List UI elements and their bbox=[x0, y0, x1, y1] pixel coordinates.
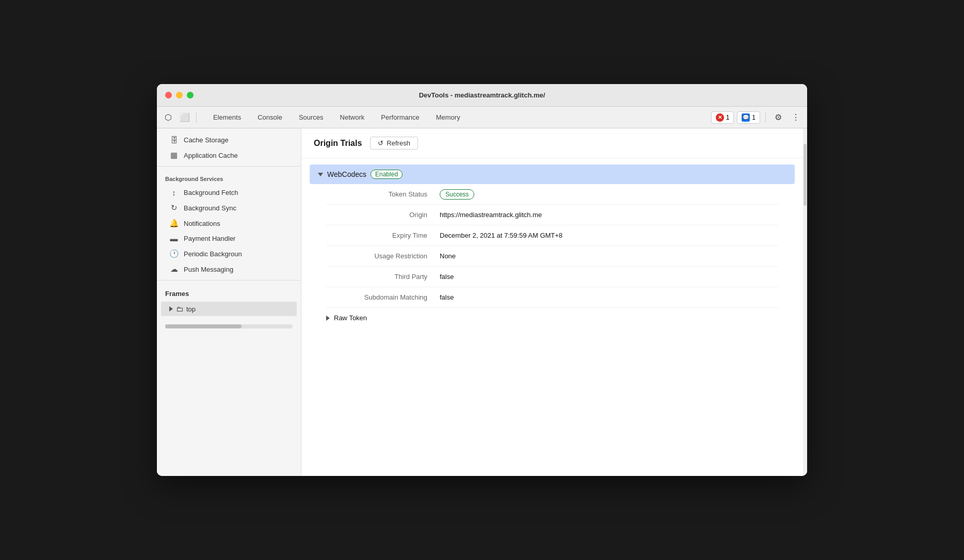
subdomain-matching-value: false bbox=[440, 293, 454, 301]
main-panel: Origin Trials ↺ Refresh WebCodecs Enable… bbox=[301, 128, 803, 476]
refresh-button[interactable]: ↺ Refresh bbox=[370, 137, 418, 150]
sidebar-item-notifications[interactable]: 🔔 Notifications bbox=[157, 216, 301, 231]
sidebar-label-push-messaging: Push Messaging bbox=[184, 266, 233, 273]
panel-scrollbar-thumb bbox=[804, 144, 807, 206]
expiry-time-key: Expiry Time bbox=[326, 232, 440, 239]
payment-handler-icon: ▬ bbox=[169, 234, 179, 243]
toolbar: ⬡ ⬜ Elements Console Sources Network Per… bbox=[157, 107, 807, 128]
detail-row-origin: Origin https://mediastreamtrack.glitch.m… bbox=[326, 205, 778, 225]
info-icon: 💬 bbox=[742, 113, 750, 122]
frame-icon: 🗀 bbox=[176, 305, 183, 313]
enabled-badge: Enabled bbox=[371, 170, 403, 179]
sidebar-item-cache-storage[interactable]: 🗄 Cache Storage bbox=[157, 133, 301, 147]
toolbar-tabs: Elements Console Sources Network Perform… bbox=[201, 110, 709, 124]
origin-key: Origin bbox=[326, 211, 440, 219]
toolbar-divider-1 bbox=[196, 112, 197, 123]
sidebar-label-notifications: Notifications bbox=[184, 220, 220, 227]
sidebar-scrollbar[interactable] bbox=[165, 324, 293, 328]
push-messaging-icon: ☁ bbox=[169, 265, 179, 274]
application-cache-icon: ▦ bbox=[169, 151, 179, 160]
sidebar-label-application-cache: Application Cache bbox=[184, 152, 238, 159]
usage-restriction-key: Usage Restriction bbox=[326, 252, 440, 260]
expand-icon bbox=[169, 306, 173, 311]
sidebar: 🗄 Cache Storage ▦ Application Cache Back… bbox=[157, 128, 301, 476]
tab-console[interactable]: Console bbox=[249, 110, 291, 124]
usage-restriction-value: None bbox=[440, 252, 456, 260]
success-badge: Success bbox=[440, 189, 474, 200]
detail-table: Token Status Success Origin https://medi… bbox=[310, 184, 795, 336]
expiry-time-value: December 2, 2021 at 7:59:59 AM GMT+8 bbox=[440, 232, 563, 239]
sidebar-label-cache-storage: Cache Storage bbox=[184, 136, 229, 144]
more-icon[interactable]: ⋮ bbox=[789, 110, 803, 125]
traffic-lights bbox=[165, 92, 194, 98]
sidebar-label-top: top bbox=[186, 305, 196, 313]
sidebar-item-background-fetch[interactable]: ↕ Background Fetch bbox=[157, 185, 301, 200]
info-badge-button[interactable]: 💬 1 bbox=[737, 111, 760, 124]
sidebar-scrollbar-thumb bbox=[165, 324, 242, 328]
device-icon[interactable]: ⬜ bbox=[178, 110, 192, 125]
title-bar: DevTools - mediastreamtrack.glitch.me/ bbox=[157, 84, 807, 107]
panel-title: Origin Trials bbox=[314, 139, 362, 148]
tab-sources[interactable]: Sources bbox=[291, 110, 332, 124]
sidebar-item-payment-handler[interactable]: ▬ Payment Handler bbox=[157, 231, 301, 246]
frames-header: Frames bbox=[157, 284, 301, 301]
raw-token-row[interactable]: Raw Token bbox=[326, 308, 778, 328]
panel-header: Origin Trials ↺ Refresh bbox=[301, 128, 803, 158]
token-status-key: Token Status bbox=[326, 190, 440, 198]
tab-elements[interactable]: Elements bbox=[205, 110, 249, 124]
sidebar-item-periodic-background[interactable]: 🕐 Periodic Backgroun bbox=[157, 246, 301, 261]
detail-row-expiry-time: Expiry Time December 2, 2021 at 7:59:59 … bbox=[326, 225, 778, 246]
sidebar-item-push-messaging[interactable]: ☁ Push Messaging bbox=[157, 261, 301, 277]
subdomain-matching-key: Subdomain Matching bbox=[326, 293, 440, 301]
sidebar-item-background-sync[interactable]: ↻ Background Sync bbox=[157, 200, 301, 216]
trial-expand-icon bbox=[318, 173, 323, 176]
info-count: 1 bbox=[752, 114, 756, 121]
detail-row-usage-restriction: Usage Restriction None bbox=[326, 246, 778, 267]
raw-token-label: Raw Token bbox=[334, 314, 367, 322]
trial-row[interactable]: WebCodecs Enabled bbox=[310, 164, 795, 184]
sidebar-label-payment-handler: Payment Handler bbox=[184, 235, 235, 242]
close-button[interactable] bbox=[165, 92, 172, 98]
sidebar-item-top[interactable]: 🗀 top bbox=[161, 302, 297, 316]
sidebar-divider-2 bbox=[157, 280, 301, 281]
sidebar-label-background-fetch: Background Fetch bbox=[184, 189, 238, 196]
background-fetch-icon: ↕ bbox=[169, 188, 179, 197]
raw-token-expand-icon bbox=[326, 316, 330, 321]
toolbar-right: ✕ 1 💬 1 ⚙ ⋮ bbox=[711, 110, 803, 125]
third-party-value: false bbox=[440, 273, 454, 281]
background-services-header: Background Services bbox=[157, 170, 301, 185]
error-icon: ✕ bbox=[716, 113, 724, 122]
devtools-window: DevTools - mediastreamtrack.glitch.me/ ⬡… bbox=[157, 84, 807, 476]
cursor-icon[interactable]: ⬡ bbox=[161, 110, 175, 125]
origin-value: https://mediastreamtrack.glitch.me bbox=[440, 211, 542, 219]
cache-storage-icon: 🗄 bbox=[169, 136, 179, 144]
detail-row-third-party: Third Party false bbox=[326, 267, 778, 287]
sidebar-divider-1 bbox=[157, 166, 301, 167]
background-sync-icon: ↻ bbox=[169, 203, 179, 212]
sidebar-label-background-sync: Background Sync bbox=[184, 204, 236, 212]
third-party-key: Third Party bbox=[326, 273, 440, 281]
maximize-button[interactable] bbox=[187, 92, 194, 98]
tab-performance[interactable]: Performance bbox=[373, 110, 427, 124]
window-title: DevTools - mediastreamtrack.glitch.me/ bbox=[419, 91, 545, 99]
tab-memory[interactable]: Memory bbox=[428, 110, 469, 124]
sidebar-label-periodic-background: Periodic Backgroun bbox=[184, 250, 242, 258]
error-badge-button[interactable]: ✕ 1 bbox=[711, 111, 734, 124]
refresh-icon: ↺ bbox=[378, 139, 383, 147]
trial-name: WebCodecs bbox=[327, 170, 366, 178]
token-status-value: Success bbox=[440, 190, 474, 198]
tab-network[interactable]: Network bbox=[332, 110, 373, 124]
toolbar-divider-2 bbox=[765, 112, 766, 123]
sidebar-item-application-cache[interactable]: ▦ Application Cache bbox=[157, 147, 301, 163]
settings-icon[interactable]: ⚙ bbox=[771, 110, 785, 125]
error-count: 1 bbox=[726, 114, 730, 121]
detail-row-subdomain-matching: Subdomain Matching false bbox=[326, 287, 778, 308]
refresh-label: Refresh bbox=[387, 139, 410, 147]
detail-row-token-status: Token Status Success bbox=[326, 184, 778, 205]
notifications-icon: 🔔 bbox=[169, 219, 179, 228]
main-content: 🗄 Cache Storage ▦ Application Cache Back… bbox=[157, 128, 807, 476]
panel-scrollbar[interactable] bbox=[803, 128, 807, 476]
minimize-button[interactable] bbox=[176, 92, 183, 98]
trial-section: WebCodecs Enabled Token Status Success O… bbox=[310, 164, 795, 336]
periodic-background-icon: 🕐 bbox=[169, 249, 179, 258]
